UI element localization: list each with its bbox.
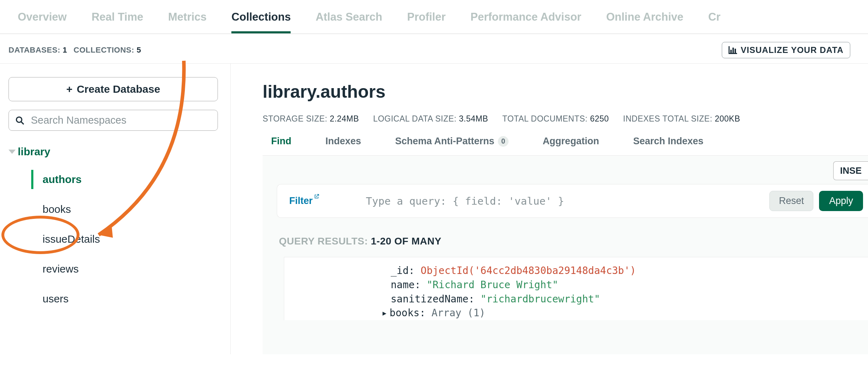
collections-count: 5: [137, 45, 141, 54]
stat-logical-val: 3.54MB: [459, 114, 488, 123]
tab-metrics[interactable]: Metrics: [168, 11, 207, 33]
filter-label-text: Filter: [289, 195, 313, 206]
main: library.authors STORAGE SIZE: 2.24MB LOG…: [231, 64, 868, 354]
tab-collections[interactable]: Collections: [231, 11, 291, 33]
collection-title: library.authors: [263, 81, 868, 102]
collection-users[interactable]: users: [33, 289, 223, 308]
search-namespaces-input[interactable]: [31, 114, 211, 126]
stat-storage-val: 2.24MB: [330, 114, 359, 123]
search-namespaces[interactable]: [9, 110, 218, 131]
create-database-label: Create Database: [77, 83, 160, 95]
create-database-button[interactable]: + Create Database: [9, 77, 218, 101]
doc-books-val: Array (1): [432, 307, 485, 319]
top-tabs: Overview Real Time Metrics Collections A…: [0, 0, 868, 34]
svg-rect-0: [729, 53, 737, 54]
doc-san-val: "richardbrucewright": [480, 293, 600, 305]
apply-button[interactable]: Apply: [819, 191, 863, 211]
visualize-data-button[interactable]: VISUALIZE YOUR DATA: [722, 42, 850, 58]
subtab-find[interactable]: Find: [271, 136, 291, 147]
svg-point-5: [16, 117, 22, 122]
svg-rect-1: [729, 46, 730, 54]
external-link-icon: [313, 193, 320, 201]
doc-san-key: sanitizedName:: [391, 293, 474, 305]
chart-icon: [729, 46, 737, 54]
doc-id-val: ObjectId('64cc2db4830ba29148da4c3b'): [421, 265, 636, 276]
query-results-header: QUERY RESULTS: 1-20 OF MANY: [279, 236, 868, 247]
subtab-aggregation[interactable]: Aggregation: [543, 136, 599, 147]
stat-docs-label: TOTAL DOCUMENTS:: [502, 114, 588, 123]
stat-docs-val: 6250: [590, 114, 609, 123]
subtab-anti-patterns[interactable]: Schema Anti-Patterns 0: [395, 136, 509, 147]
reset-button[interactable]: Reset: [769, 191, 814, 211]
document-row: _id: ObjectId('64cc2db4830ba29148da4c3b'…: [284, 257, 868, 320]
tab-overview[interactable]: Overview: [18, 11, 67, 33]
collection-stats: STORAGE SIZE: 2.24MB LOGICAL DATA SIZE: …: [263, 114, 868, 124]
stat-storage-label: STORAGE SIZE:: [263, 114, 327, 123]
stat-indexes-val: 200KB: [715, 114, 740, 123]
svg-rect-4: [735, 49, 736, 53]
filter-bar: Filter Reset Apply: [277, 184, 868, 218]
tab-perf-advisor[interactable]: Performance Advisor: [471, 11, 581, 33]
collection-books[interactable]: books: [33, 200, 223, 219]
databases-count: 1: [63, 45, 67, 54]
chevron-down-icon: [9, 150, 16, 154]
doc-books-key: books:: [390, 307, 425, 319]
db-name: library: [18, 146, 50, 158]
tab-realtime[interactable]: Real Time: [92, 11, 143, 33]
info-bar: DATABASES: 1 COLLECTIONS: 5 VISUALIZE YO…: [0, 34, 868, 64]
collection-list: authors books issueDetails reviews users: [33, 170, 223, 308]
search-icon: [15, 116, 24, 125]
collection-reviews[interactable]: reviews: [33, 259, 223, 279]
doc-name-key: name:: [391, 279, 421, 291]
collections-label: COLLECTIONS:: [73, 45, 134, 54]
plus-icon: +: [66, 83, 73, 95]
collection-authors[interactable]: authors: [31, 170, 223, 189]
insert-document-button[interactable]: INSE: [833, 161, 868, 180]
databases-label: DATABASES:: [9, 45, 60, 54]
filter-input[interactable]: [323, 195, 766, 207]
visualize-label: VISUALIZE YOUR DATA: [741, 45, 844, 55]
svg-line-6: [21, 122, 24, 124]
subtab-indexes[interactable]: Indexes: [325, 136, 361, 147]
tab-online-archive[interactable]: Online Archive: [606, 11, 683, 33]
svg-rect-3: [732, 48, 734, 53]
results-label: QUERY RESULTS:: [279, 236, 368, 247]
doc-id-key: _id:: [391, 265, 414, 276]
tab-truncated[interactable]: Cr: [708, 11, 720, 33]
expand-icon[interactable]: ▸: [381, 307, 388, 319]
results-range: 1-20 OF MANY: [371, 236, 441, 247]
subtab-anti-label: Schema Anti-Patterns: [395, 136, 495, 147]
collection-issuedetails[interactable]: issueDetails: [33, 230, 223, 249]
svg-rect-2: [730, 50, 732, 53]
tab-profiler[interactable]: Profiler: [407, 11, 446, 33]
filter-link[interactable]: Filter: [289, 195, 320, 206]
stat-logical-label: LOGICAL DATA SIZE:: [373, 114, 457, 123]
doc-name-val: "Richard Bruce Wright": [427, 279, 558, 291]
collection-sub-tabs: Find Indexes Schema Anti-Patterns 0 Aggr…: [263, 136, 868, 147]
tab-atlas-search[interactable]: Atlas Search: [315, 11, 382, 33]
query-panel: INSE Filter Reset Apply QUERY RESULTS: 1…: [263, 155, 868, 354]
sidebar: + Create Database library authors books …: [0, 64, 231, 354]
subtab-search-indexes[interactable]: Search Indexes: [633, 136, 703, 147]
db-node-library[interactable]: library: [9, 146, 223, 158]
stat-indexes-label: INDEXES TOTAL SIZE:: [623, 114, 713, 123]
db-coll-counts: DATABASES: 1 COLLECTIONS: 5: [9, 45, 141, 55]
anti-badge: 0: [498, 136, 509, 147]
